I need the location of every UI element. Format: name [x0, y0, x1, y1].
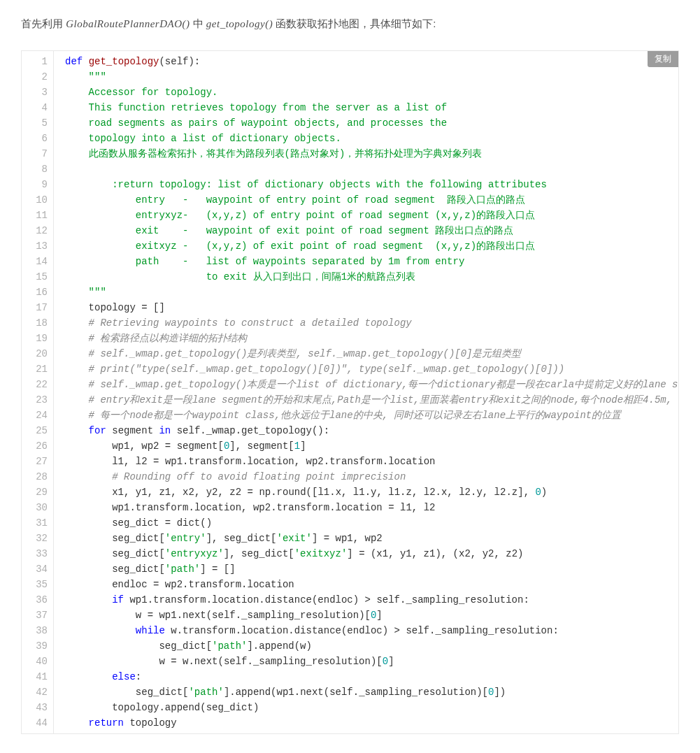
- code-token: z2: [229, 487, 241, 498]
- code-token: topology: [89, 302, 136, 313]
- line-number: 18: [24, 315, 48, 331]
- code-token: .: [188, 656, 194, 667]
- code-token: .: [324, 456, 329, 467]
- code-token: _sampling_resolution: [241, 610, 359, 621]
- line-number: 13: [24, 238, 48, 254]
- code-token: =: [148, 579, 165, 590]
- code-token: ,: [171, 487, 183, 498]
- code-token: .: [506, 487, 511, 498]
- line-number: 3: [24, 85, 48, 100]
- code-token: ],: [224, 548, 241, 559]
- code-token: This function retrieves topology from th…: [65, 102, 447, 113]
- code-token: )[: [371, 656, 383, 667]
- code-token: wp2: [365, 533, 383, 544]
- code-line: """: [65, 285, 679, 300]
- code-token: [65, 71, 89, 83]
- line-number: 6: [24, 131, 48, 146]
- code-line: 此函数从服务器检索拓扑，将其作为路段列表(路点对象对)，并将拓扑处理为字典对象列…: [65, 146, 679, 162]
- code-token: seg_dict: [206, 702, 253, 713]
- code-token: append: [236, 687, 271, 698]
- code-token: 'exit': [277, 533, 312, 544]
- code-token: wp1: [165, 456, 183, 467]
- code-token: ,: [341, 487, 353, 498]
- code-token: [: [159, 564, 164, 575]
- code-token: ():: [312, 425, 329, 436]
- code-token: entryxyz- (x,y,z) of entry point of road…: [65, 210, 535, 221]
- code-token: z1: [159, 487, 171, 498]
- code-token: seg_dict: [112, 564, 159, 575]
- code-token: l1: [353, 487, 365, 498]
- code-token: ] = (: [347, 548, 376, 559]
- line-number: 41: [24, 669, 48, 684]
- code-token: .: [247, 656, 252, 667]
- code-token: ): [541, 487, 547, 498]
- code-token: # entry和exit是一段lane segment的开始和末尾点,Path是…: [89, 394, 672, 406]
- line-number: 2: [24, 69, 48, 85]
- code-token: ,: [194, 487, 206, 498]
- code-token: seg_dict: [112, 548, 159, 559]
- code-line: w = w.next(self._sampling_resolution)[0]: [65, 654, 679, 669]
- code-token: ([: [306, 487, 318, 498]
- code-token: exitxyz - (x,y,z) of exit point of road …: [65, 241, 535, 252]
- code-line: seg_dict['path'].append(wp1.next(self._s…: [65, 684, 679, 700]
- code-token: road segments as pairs of waypoint objec…: [65, 117, 447, 129]
- code-token: ,: [412, 548, 424, 559]
- code-token: distance: [294, 625, 341, 636]
- code-token: [65, 533, 112, 544]
- code-token: x2: [459, 548, 471, 559]
- code-token: ,: [353, 533, 365, 544]
- line-number: 14: [24, 254, 48, 269]
- code-token: # 每一个node都是一个waypoint class,他永远位于lane的中央…: [89, 410, 622, 421]
- code-token: :return topology: list of dictionary obj…: [65, 179, 547, 190]
- code-line: x1, y1, z1, x2, y2, z2 = np.round([l1.x,…: [65, 485, 679, 500]
- code-token: transform: [277, 502, 330, 513]
- code-token: [65, 333, 89, 344]
- code-token: = []: [136, 302, 165, 313]
- code-token: l1: [400, 502, 412, 513]
- code-token: )[: [359, 610, 371, 621]
- code-token: .: [271, 502, 276, 513]
- code-token: w: [171, 625, 176, 636]
- code-token: self: [406, 625, 429, 636]
- code-token: .: [148, 594, 153, 605]
- code-token: wp1: [112, 502, 129, 513]
- code-token: next: [194, 656, 218, 667]
- line-number: 32: [24, 531, 48, 546]
- code-token: segment: [177, 440, 218, 452]
- code-token: x2: [183, 487, 194, 498]
- code-token: [: [159, 548, 164, 559]
- code-token: [65, 717, 89, 729]
- code-line: while w.transform.location.distance(endl…: [65, 623, 679, 638]
- code-token: transform: [153, 594, 206, 605]
- code-token: ,: [124, 456, 136, 467]
- code-token: # self._wmap.get_topology()本质是一个list of …: [89, 379, 679, 390]
- line-number: 1: [24, 54, 48, 69]
- code-token: location: [336, 502, 383, 513]
- code-token: wp1: [112, 440, 129, 452]
- code-token: self: [376, 594, 400, 605]
- code-token: entry - waypoint of entry point of road …: [65, 194, 525, 206]
- code-token: .: [241, 456, 247, 467]
- code-token: [65, 410, 89, 421]
- code-token: 1: [294, 440, 300, 452]
- copy-button[interactable]: 复制: [648, 51, 678, 67]
- code-token: .: [236, 425, 241, 436]
- code-line: road segments as pairs of waypoint objec…: [65, 115, 679, 131]
- code-token: [65, 440, 112, 452]
- code-token: (: [217, 656, 223, 667]
- code-token: wp2: [253, 502, 271, 513]
- code-token: [65, 579, 112, 590]
- line-number: 21: [24, 361, 48, 377]
- line-number: 22: [24, 377, 48, 392]
- code-line: This function retrieves topology from th…: [65, 100, 679, 115]
- code-token: _wmap: [206, 425, 236, 436]
- line-number: 11: [24, 208, 48, 223]
- code-token: (: [206, 610, 212, 621]
- code-token: =: [159, 440, 176, 452]
- line-number: 26: [24, 438, 48, 454]
- code-token: ,: [412, 487, 424, 498]
- code-token: ],: [206, 533, 224, 544]
- code-token: .: [436, 487, 441, 498]
- code-token: wp1: [129, 594, 147, 605]
- code-token: endloc: [112, 579, 147, 590]
